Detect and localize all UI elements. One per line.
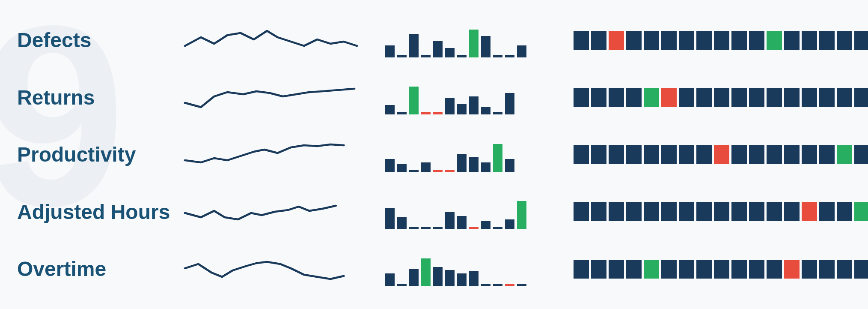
dot-item (749, 202, 764, 221)
dot-item (837, 88, 852, 107)
bar-item (517, 284, 526, 286)
bar-item (433, 267, 443, 286)
bar-item (505, 284, 514, 286)
bar-item (505, 159, 514, 172)
bar-item (505, 219, 514, 229)
bar-item (445, 270, 455, 286)
dot-item (626, 260, 642, 279)
bar-item (397, 217, 407, 229)
dot-chart-overtime (574, 252, 868, 286)
bar-item (457, 55, 467, 57)
dot-item (819, 260, 835, 279)
main-container: Defects Returns Productivity Adjusted Ho… (0, 0, 868, 309)
bar-item (421, 162, 431, 172)
dot-item (784, 88, 800, 107)
bar-item (397, 284, 407, 286)
dot-item (749, 31, 764, 50)
dot-item (819, 202, 835, 221)
dot-item (661, 31, 677, 50)
dot-item (574, 202, 589, 221)
dot-chart-defects (574, 23, 868, 57)
dot-item (731, 31, 747, 50)
dot-item (661, 260, 677, 279)
dot-item (591, 202, 606, 221)
label-productivity: Productivity (17, 143, 180, 166)
bar-item (469, 227, 479, 229)
row-overtime: Overtime (17, 243, 851, 295)
dot-item (714, 202, 729, 221)
dot-item (784, 31, 800, 50)
dot-item (679, 145, 694, 164)
dot-item (661, 145, 677, 164)
bar-item (505, 93, 514, 114)
bar-item (445, 48, 455, 57)
bar-item (385, 159, 395, 172)
dot-item (626, 202, 642, 221)
dot-item (802, 88, 817, 107)
label-returns: Returns (17, 86, 180, 109)
sparkline-returns (180, 79, 360, 115)
label-adjusted-hours: Adjusted Hours (17, 200, 180, 224)
bar-item (433, 170, 443, 172)
dot-item (626, 145, 642, 164)
dot-item (749, 260, 764, 279)
dot-item (679, 31, 694, 50)
dot-item (696, 31, 712, 50)
bar-item (409, 227, 419, 229)
dot-item (837, 145, 852, 164)
dot-item (854, 88, 868, 107)
dot-item (802, 260, 817, 279)
dot-item (696, 260, 712, 279)
dot-item (819, 88, 835, 107)
dot-item (696, 202, 712, 221)
dot-item (837, 260, 852, 279)
bar-item (493, 227, 502, 229)
dot-item (767, 260, 782, 279)
dot-item (802, 31, 817, 50)
bar-item (481, 36, 490, 57)
dot-item (609, 145, 624, 164)
bar-item (493, 144, 502, 172)
dot-item (644, 145, 659, 164)
dot-item (784, 260, 800, 279)
bar-item (385, 208, 395, 229)
dot-item (802, 202, 817, 221)
sparkline-defects (180, 22, 360, 58)
bar-item (445, 212, 455, 229)
bar-item (409, 87, 419, 114)
dot-item (767, 202, 782, 221)
bar-item (397, 112, 407, 114)
dot-chart-productivity (574, 138, 868, 172)
bar-chart-adjusted-hours (385, 195, 548, 229)
dot-item (591, 145, 606, 164)
dot-item (854, 202, 868, 221)
bar-item (481, 221, 490, 229)
dot-item (749, 88, 764, 107)
dot-item (679, 88, 694, 107)
bar-item (397, 164, 407, 172)
dot-item (819, 145, 835, 164)
dot-item (609, 202, 624, 221)
dot-item (609, 88, 624, 107)
bar-item (433, 227, 443, 229)
dot-item (661, 202, 677, 221)
dot-item (837, 202, 852, 221)
dot-chart-adjusted-hours (574, 195, 868, 229)
dot-item (714, 260, 729, 279)
dot-item (609, 31, 624, 50)
dot-item (731, 260, 747, 279)
bar-chart-overtime (385, 252, 548, 286)
dot-chart-returns (574, 80, 868, 114)
bar-item (409, 170, 419, 172)
dot-item (854, 145, 868, 164)
bar-item (385, 45, 395, 57)
bar-item (517, 201, 526, 229)
bar-item (457, 273, 467, 286)
bar-item (481, 162, 490, 172)
dot-item (591, 31, 606, 50)
dot-item (767, 88, 782, 107)
bar-item (385, 105, 395, 114)
bar-item (481, 284, 490, 286)
dot-item (644, 88, 659, 107)
dot-item (626, 31, 642, 50)
